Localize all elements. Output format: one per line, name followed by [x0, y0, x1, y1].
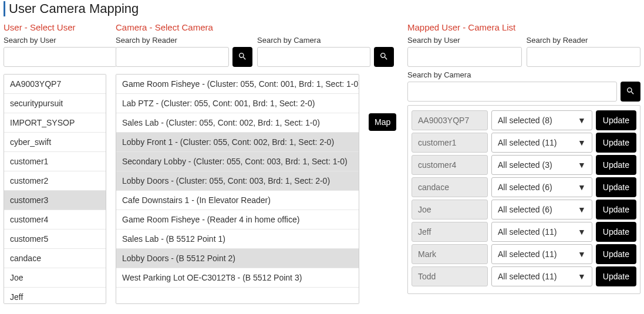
- camera-list-item[interactable]: Lobby Front 1 - (Cluster: 055, Cont: 002…: [116, 133, 359, 152]
- camera-list-item[interactable]: Lobby Doors - (Cluster: 055, Cont: 003, …: [116, 171, 359, 191]
- mapped-camera-select[interactable]: All selected (6)▼: [491, 200, 592, 220]
- reader-search-label: Search by Reader: [116, 36, 252, 45]
- mapped-user-field: customer4: [412, 155, 488, 175]
- mapped-select-label: All selected (11): [498, 138, 557, 147]
- map-button[interactable]: Map: [369, 113, 396, 131]
- mapped-row: MarkAll selected (11)▼Update: [412, 244, 636, 264]
- mapped-user-field: Mark: [412, 244, 488, 264]
- mapped-camera-select[interactable]: All selected (3)▼: [491, 155, 592, 175]
- camera-panel: Camera - Select Camera Search by Reader …: [116, 22, 359, 304]
- mapped-select-label: All selected (3): [498, 160, 552, 170]
- update-button[interactable]: Update: [596, 244, 636, 264]
- mapped-select-label: All selected (8): [498, 116, 552, 125]
- update-button[interactable]: Update: [596, 222, 636, 242]
- camera-list-item[interactable]: Sales Lab - (B 5512 Point 1): [116, 229, 359, 249]
- chevron-down-icon: ▼: [578, 227, 586, 237]
- mapped-row: AA9003YQP7All selected (8)▼Update: [412, 110, 636, 130]
- mapped-panel-title: Mapped User - Camera List: [407, 22, 640, 32]
- user-listbox[interactable]: AA9003YQP7securitypursuitIMPORT_SYSOPcyb…: [4, 74, 106, 304]
- user-list-item[interactable]: customer1: [4, 152, 106, 171]
- mapped-select-label: All selected (11): [498, 272, 557, 281]
- user-list-item[interactable]: Jeff: [4, 288, 106, 304]
- camera-list-item[interactable]: Game Room Fisheye - (Reader 4 in home of…: [116, 210, 359, 229]
- chevron-down-icon: ▼: [578, 249, 586, 259]
- user-panel-title: User - Select User: [4, 22, 106, 32]
- mapped-row: JeffAll selected (11)▼Update: [412, 222, 636, 242]
- camera-list-item[interactable]: Sales Lab - (Cluster: 055, Cont: 002, Br…: [116, 113, 359, 133]
- camera-panel-title: Camera - Select Camera: [116, 22, 359, 32]
- chevron-down-icon: ▼: [578, 183, 586, 192]
- mapped-user-field: Jeff: [412, 222, 488, 242]
- search-icon: [238, 52, 247, 63]
- chevron-down-icon: ▼: [578, 272, 586, 281]
- mapped-camera-select[interactable]: All selected (8)▼: [491, 110, 592, 130]
- update-button[interactable]: Update: [596, 133, 636, 153]
- mapped-user-field: customer1: [412, 133, 488, 153]
- camera-list-item[interactable]: Lab PTZ - (Cluster: 055, Cont: 001, Brd:…: [116, 94, 359, 113]
- update-button[interactable]: Update: [596, 155, 636, 175]
- search-icon: [626, 86, 635, 97]
- mapped-select-label: All selected (11): [498, 249, 557, 259]
- camera-list-item[interactable]: Cafe Downstairs 1 - (In Elevator Reader): [116, 191, 359, 210]
- camera-list-item[interactable]: West Parking Lot OE-C3012T8 - (B 5512 Po…: [116, 268, 359, 288]
- user-list-item[interactable]: IMPORT_SYSOP: [4, 113, 106, 133]
- mapped-camera-search-label: Search by Camera: [407, 70, 640, 79]
- reader-search-button[interactable]: [232, 47, 252, 67]
- user-list-item[interactable]: AA9003YQP7: [4, 75, 106, 94]
- user-list-item[interactable]: customer2: [4, 171, 106, 191]
- update-button[interactable]: Update: [596, 200, 636, 220]
- user-list-item[interactable]: Joe: [4, 268, 106, 288]
- update-button[interactable]: Update: [596, 110, 636, 130]
- user-list-item[interactable]: securitypursuit: [4, 94, 106, 113]
- update-button[interactable]: Update: [596, 266, 636, 286]
- mapped-camera-search-button[interactable]: [621, 82, 640, 102]
- mapped-reader-search-label: Search by Reader: [527, 36, 641, 45]
- mapped-listbox[interactable]: AA9003YQP7All selected (8)▼Updatecustome…: [407, 105, 640, 294]
- camera-list-item[interactable]: Game Room Fisheye - (Cluster: 055, Cont:…: [116, 75, 359, 94]
- mapped-row: ToddAll selected (11)▼Update: [412, 266, 636, 286]
- user-search-input[interactable]: [4, 47, 117, 67]
- user-panel: User - Select User Search by User AA9003…: [4, 22, 106, 304]
- mapped-select-label: All selected (6): [498, 205, 552, 214]
- mapped-select-label: All selected (11): [498, 227, 557, 237]
- chevron-down-icon: ▼: [578, 160, 586, 170]
- mapped-panel: Mapped User - Camera List Search by User…: [407, 22, 640, 294]
- mapped-camera-select[interactable]: All selected (11)▼: [491, 244, 592, 264]
- user-search-label: Search by User: [4, 36, 106, 45]
- chevron-down-icon: ▼: [578, 205, 586, 214]
- chevron-down-icon: ▼: [578, 116, 586, 125]
- camera-list-item[interactable]: Secondary Lobby - (Cluster: 055, Cont: 0…: [116, 152, 359, 171]
- user-list-item[interactable]: customer4: [4, 210, 106, 229]
- mapped-camera-select[interactable]: All selected (11)▼: [491, 266, 592, 286]
- page-title: User Camera Mapping: [4, 1, 640, 16]
- mapped-select-label: All selected (6): [498, 183, 552, 192]
- mapped-row: JoeAll selected (6)▼Update: [412, 200, 636, 220]
- mapped-user-field: AA9003YQP7: [412, 110, 488, 130]
- reader-search-input[interactable]: [116, 47, 229, 67]
- mapped-user-field: Todd: [412, 266, 488, 286]
- mapped-camera-select[interactable]: All selected (6)▼: [491, 177, 592, 197]
- update-button[interactable]: Update: [596, 177, 636, 197]
- camera-search-input[interactable]: [257, 47, 370, 67]
- mapped-camera-select[interactable]: All selected (11)▼: [491, 133, 592, 153]
- mapped-camera-select[interactable]: All selected (11)▼: [491, 222, 592, 242]
- mapped-user-field: Joe: [412, 200, 488, 220]
- user-list-item[interactable]: customer5: [4, 229, 106, 249]
- mapped-reader-search-input[interactable]: [527, 47, 641, 67]
- mapped-camera-search-input[interactable]: [407, 82, 617, 102]
- camera-listbox[interactable]: Game Room Fisheye - (Cluster: 055, Cont:…: [116, 74, 359, 304]
- mapped-row: candaceAll selected (6)▼Update: [412, 177, 636, 197]
- mapped-row: customer1All selected (11)▼Update: [412, 133, 636, 153]
- mapped-user-field: candace: [412, 177, 488, 197]
- user-list-item[interactable]: customer3: [4, 191, 106, 210]
- user-list-item[interactable]: candace: [4, 249, 106, 268]
- mapped-user-search-input[interactable]: [407, 47, 522, 67]
- user-list-item[interactable]: cyber_swift: [4, 133, 106, 152]
- mapped-user-search-label: Search by User: [407, 36, 522, 45]
- chevron-down-icon: ▼: [578, 138, 586, 147]
- mapped-row: customer4All selected (3)▼Update: [412, 155, 636, 175]
- camera-list-item[interactable]: Lobby Doors - (B 5512 Point 2): [116, 249, 359, 268]
